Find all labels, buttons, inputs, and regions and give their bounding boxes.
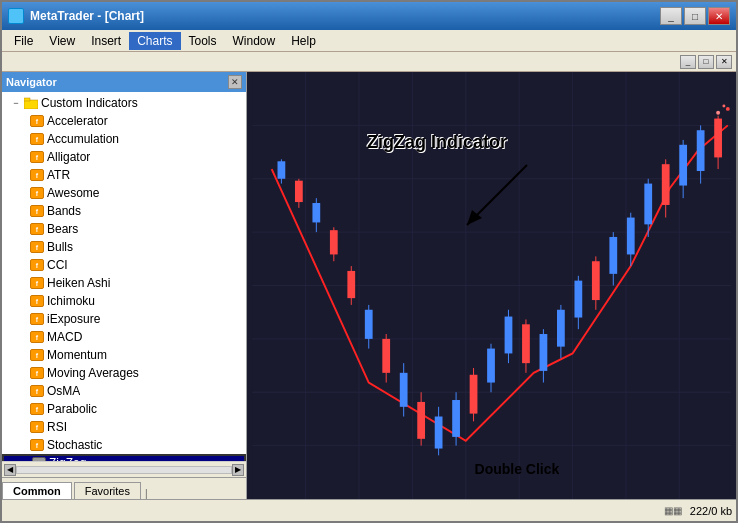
main-content: Navigator ✕ − Custom Indicators f Accele… bbox=[2, 72, 736, 499]
tree-item-zigzag[interactable]: f ZigZag bbox=[2, 454, 246, 461]
navigator-tabs: Common Favorites | bbox=[2, 477, 246, 499]
tree-item-parabolic[interactable]: f Parabolic bbox=[2, 400, 246, 418]
svg-rect-25 bbox=[330, 230, 338, 254]
menu-insert[interactable]: Insert bbox=[83, 32, 129, 50]
svg-rect-57 bbox=[609, 237, 617, 274]
tree-item-atr[interactable]: f ATR bbox=[2, 166, 246, 184]
svg-rect-61 bbox=[644, 184, 652, 225]
maximize-button[interactable]: □ bbox=[684, 7, 706, 25]
svg-point-72 bbox=[722, 105, 725, 108]
main-window: MetaTrader - [Chart] _ □ ✕ File View Ins… bbox=[0, 0, 738, 523]
indicator-icon: f bbox=[30, 187, 44, 199]
item-label: Awesome bbox=[47, 186, 99, 200]
svg-rect-47 bbox=[522, 324, 530, 363]
item-label: Bands bbox=[47, 204, 81, 218]
tree-item-rsi[interactable]: f RSI bbox=[2, 418, 246, 436]
double-click-label: Double Click bbox=[475, 461, 560, 477]
tree-item-accumulation[interactable]: f Accumulation bbox=[2, 130, 246, 148]
inner-maximize-button[interactable]: □ bbox=[698, 55, 714, 69]
item-label: RSI bbox=[47, 420, 67, 434]
svg-rect-1 bbox=[24, 98, 30, 101]
svg-rect-67 bbox=[697, 130, 705, 171]
tree-item-accelerator[interactable]: f Accelerator bbox=[2, 112, 246, 130]
item-label: Accumulation bbox=[47, 132, 119, 146]
svg-rect-63 bbox=[662, 164, 670, 205]
item-label: MACD bbox=[47, 330, 82, 344]
tree-item-cci[interactable]: f CCI bbox=[2, 256, 246, 274]
svg-rect-49 bbox=[540, 334, 548, 371]
tree-item-moving-averages[interactable]: f Moving Averages bbox=[2, 364, 246, 382]
menu-tools[interactable]: Tools bbox=[181, 32, 225, 50]
item-label: ATR bbox=[47, 168, 70, 182]
tree-item-stochastic[interactable]: f Stochastic bbox=[2, 436, 246, 454]
menu-view[interactable]: View bbox=[41, 32, 83, 50]
svg-rect-37 bbox=[435, 417, 443, 449]
status-bar: ▦▦ 222/0 kb bbox=[2, 499, 736, 521]
svg-rect-65 bbox=[679, 145, 687, 186]
indicator-icon: f bbox=[30, 295, 44, 307]
item-label: Heiken Ashi bbox=[47, 276, 110, 290]
tree-item-alligator[interactable]: f Alligator bbox=[2, 148, 246, 166]
item-label: Bears bbox=[47, 222, 78, 236]
indicator-icon: f bbox=[30, 241, 44, 253]
svg-rect-21 bbox=[295, 181, 303, 202]
tree-item-iexposure[interactable]: f iExposure bbox=[2, 310, 246, 328]
tree-item-momentum[interactable]: f Momentum bbox=[2, 346, 246, 364]
tree-item-bulls[interactable]: f Bulls bbox=[2, 238, 246, 256]
indicator-icon: f bbox=[30, 385, 44, 397]
menu-help[interactable]: Help bbox=[283, 32, 324, 50]
svg-rect-41 bbox=[470, 375, 478, 414]
horizontal-scroll-area: ◀ ▶ bbox=[2, 461, 246, 477]
title-bar: MetaTrader - [Chart] _ □ ✕ bbox=[2, 2, 736, 30]
svg-rect-19 bbox=[278, 161, 286, 178]
indicator-icon: f bbox=[30, 349, 44, 361]
item-label: CCI bbox=[47, 258, 68, 272]
item-label: Moving Averages bbox=[47, 366, 139, 380]
annotation-arrow bbox=[447, 160, 567, 240]
tree-item-osma[interactable]: f OsMA bbox=[2, 382, 246, 400]
chart-area[interactable]: ZigZag Indicator Double Click bbox=[247, 72, 736, 499]
tree-item-macd[interactable]: f MACD bbox=[2, 328, 246, 346]
item-label: Momentum bbox=[47, 348, 107, 362]
svg-point-70 bbox=[716, 111, 720, 115]
indicator-icon: f bbox=[30, 439, 44, 451]
tree-root-item[interactable]: − Custom Indicators bbox=[2, 94, 246, 112]
minimize-button[interactable]: _ bbox=[660, 7, 682, 25]
navigator-header: Navigator ✕ bbox=[2, 72, 246, 92]
title-text: MetaTrader - [Chart] bbox=[30, 9, 658, 23]
tree-area[interactable]: − Custom Indicators f Accelerator f Accu… bbox=[2, 92, 246, 461]
tree-item-heiken[interactable]: f Heiken Ashi bbox=[2, 274, 246, 292]
item-label: OsMA bbox=[47, 384, 80, 398]
tree-item-bands[interactable]: f Bands bbox=[2, 202, 246, 220]
inner-close-button[interactable]: ✕ bbox=[716, 55, 732, 69]
item-label: Accelerator bbox=[47, 114, 108, 128]
folder-icon bbox=[24, 97, 38, 109]
svg-rect-45 bbox=[505, 317, 513, 354]
tree-item-ichimoku[interactable]: f Ichimoku bbox=[2, 292, 246, 310]
inner-minimize-button[interactable]: _ bbox=[680, 55, 696, 69]
menu-charts[interactable]: Charts bbox=[129, 32, 180, 50]
tree-item-awesome[interactable]: f Awesome bbox=[2, 184, 246, 202]
indicator-icon: f bbox=[30, 421, 44, 433]
scroll-right-btn[interactable]: ▶ bbox=[232, 464, 244, 476]
indicator-icon: f bbox=[30, 133, 44, 145]
scroll-left-btn[interactable]: ◀ bbox=[4, 464, 16, 476]
root-label: Custom Indicators bbox=[41, 96, 138, 110]
navigator-title: Navigator bbox=[6, 76, 228, 88]
tab-favorites[interactable]: Favorites bbox=[74, 482, 141, 499]
svg-rect-39 bbox=[452, 400, 460, 437]
item-label: Alligator bbox=[47, 150, 90, 164]
svg-rect-27 bbox=[347, 271, 355, 298]
svg-rect-69 bbox=[714, 119, 722, 158]
app-icon bbox=[8, 8, 24, 24]
svg-point-71 bbox=[726, 107, 730, 111]
indicator-icon: f bbox=[30, 259, 44, 271]
navigator-close-button[interactable]: ✕ bbox=[228, 75, 242, 89]
menu-file[interactable]: File bbox=[6, 32, 41, 50]
close-button[interactable]: ✕ bbox=[708, 7, 730, 25]
tab-common[interactable]: Common bbox=[2, 482, 72, 499]
menu-window[interactable]: Window bbox=[225, 32, 284, 50]
tree-item-bears[interactable]: f Bears bbox=[2, 220, 246, 238]
svg-rect-33 bbox=[400, 373, 408, 407]
expand-icon[interactable]: − bbox=[10, 97, 22, 109]
